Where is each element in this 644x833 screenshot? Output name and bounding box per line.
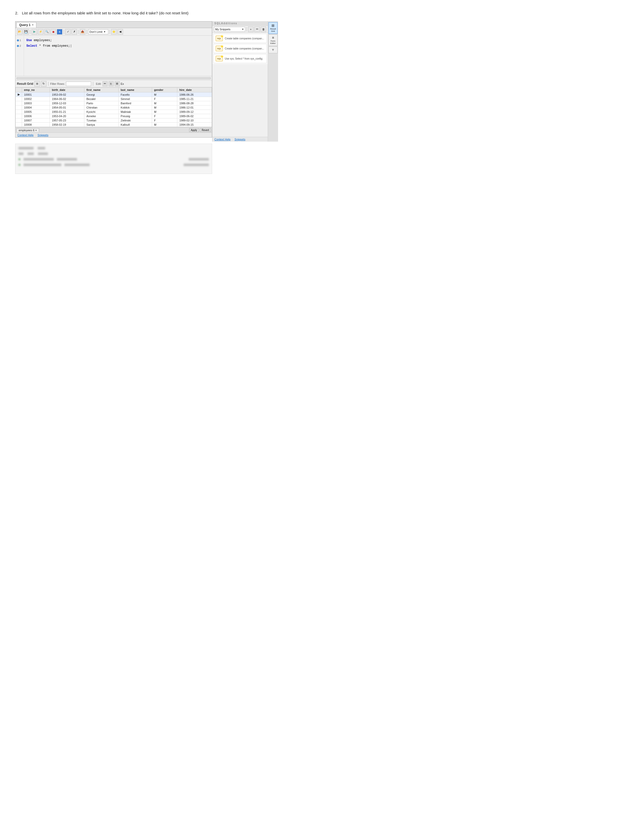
cell-first_name: Chirstian — [84, 106, 119, 110]
cell-gender: M — [152, 92, 177, 97]
save-btn[interactable]: 💾 — [23, 29, 29, 35]
cell-hire_date: 1989-09-12 — [177, 110, 212, 114]
result-table: emp_no birth_date first_name last_name g… — [15, 87, 212, 127]
result-grid-tab[interactable]: Result Grid — [17, 82, 33, 85]
snippet-item-2[interactable]: SQL ⭐ Use sys; Select * from sys_config; — [213, 54, 267, 63]
cell-emp_no: 10004 — [22, 106, 50, 110]
table-header-row: emp_no birth_date first_name last_name g… — [16, 88, 212, 92]
open-btn[interactable]: 📂 — [17, 29, 23, 35]
snippet-text-0: Create table companies (compan... — [225, 37, 264, 40]
back-btn[interactable]: ◀ — [118, 29, 123, 35]
cell-indicator — [16, 118, 22, 123]
question-text: 2. List all rows from the employees tabl… — [15, 10, 629, 16]
cell-emp_no: 10002 — [22, 97, 50, 101]
my-snippets-dropdown[interactable]: My Snippets ▼ — [214, 27, 245, 32]
down-arrow-side-btn[interactable]: ▼ — [269, 47, 277, 53]
form-icon: ≡ — [269, 35, 277, 40]
stop-btn[interactable]: ⏹ — [50, 29, 56, 35]
form-editor-side-btn[interactable]: ≡ Form Editor — [269, 34, 277, 46]
edit-pencil-btn[interactable]: ✏ — [103, 81, 108, 86]
limit-dropdown[interactable]: Don't Limit ▼ — [88, 29, 108, 34]
col-first-name: first_name — [84, 88, 119, 92]
blurred-area — [15, 144, 212, 174]
sql-additions-panel: SQLAdditions My Snippets ▼ + ✏ 🗑 SQL ⭐ C… — [212, 21, 268, 142]
toolbar-sep-5 — [109, 29, 110, 34]
cell-birth_date: 1959-12-03 — [50, 101, 84, 106]
snippet-list: SQL ⭐ Create table companies (compan... … — [213, 33, 268, 64]
cell-gender: M — [152, 106, 177, 110]
cell-first_name: Georgi — [84, 92, 119, 97]
snippet-item-1[interactable]: SQL ⭐ Create table companies (compan... — [213, 44, 267, 53]
code-area[interactable]: Use employees; Select * from employees; — [24, 35, 212, 76]
cell-birth_date: 1955-01-21 — [50, 110, 84, 114]
edit-copy-btn[interactable]: ⎘ — [109, 81, 114, 86]
cell-indicator: ▶ — [16, 92, 22, 97]
result-grid-side-btn[interactable]: ⊞ Result Grid — [269, 22, 277, 34]
query-tab[interactable]: Query 1 × — [16, 22, 36, 28]
sql-icon-1: SQL ⭐ — [216, 46, 223, 51]
apply-btn[interactable]: Apply — [189, 128, 199, 132]
col-last-name: last_name — [118, 88, 152, 92]
result-toolbar: Result Grid ⊞ ↻ Filter Rows: Edit: ✏ ⎘ ⊞… — [15, 80, 212, 87]
run-btn[interactable]: ▶ — [32, 29, 37, 35]
cell-emp_no: 10001 — [22, 92, 50, 97]
right-context-help[interactable]: Context Help — [214, 138, 230, 141]
snippets-link[interactable]: Snippets — [38, 133, 48, 137]
export-btn[interactable]: 📤 — [80, 29, 85, 35]
snippets-toolbar: My Snippets ▼ + ✏ 🗑 — [213, 26, 268, 33]
snippet-delete-btn[interactable]: 🗑 — [261, 26, 266, 32]
filter-input[interactable] — [66, 82, 91, 86]
cancel-btn[interactable]: ✗ — [71, 29, 77, 35]
sql-additions-header: SQLAdditions — [213, 21, 268, 26]
table-row: ▶100011953-09-02GeorgiFacelloM1986-06-26 — [16, 92, 212, 97]
tab-close-icon[interactable]: × — [32, 24, 34, 26]
cell-gender: F — [152, 114, 177, 118]
cell-last_name: Preusig — [118, 114, 152, 118]
snippet-text-1: Create table companies (compan... — [225, 47, 264, 50]
workbench-window: Query 1 × 📂 💾 ▶ ⚡ 🔍 ⏹ S ✓ ✗ 📤 Don't Limi… — [15, 21, 212, 138]
cell-last_name: Kalloufi — [118, 123, 152, 127]
col-gender: gender — [152, 88, 177, 92]
search-btn[interactable]: 🔍 — [44, 29, 50, 35]
cell-emp_no: 10003 — [22, 101, 50, 106]
grid-view-btn[interactable]: ⊞ — [34, 81, 40, 87]
line-dot-2 — [17, 45, 19, 47]
cell-gender: M — [152, 110, 177, 114]
cell-indicator — [16, 110, 22, 114]
revert-btn[interactable]: Revert — [200, 128, 211, 132]
cell-hire_date: 1989-02-10 — [177, 118, 212, 123]
cell-last_name: Facello — [118, 92, 152, 97]
side-panel-buttons: ⊞ Result Grid ≡ Form Editor ▼ — [268, 21, 278, 142]
cell-indicator — [16, 97, 22, 101]
star-btn[interactable]: ⭐ — [111, 29, 117, 35]
run-selected-btn[interactable]: ⚡ — [38, 29, 43, 35]
right-context-bar: Context Help Snippets — [213, 137, 268, 142]
result-area: Result Grid ⊞ ↻ Filter Rows: Edit: ✏ ⎘ ⊞… — [15, 80, 212, 137]
refresh-btn[interactable]: ↻ — [41, 81, 47, 87]
cell-gender: M — [152, 123, 177, 127]
snippet-edit-btn[interactable]: ✏ — [254, 26, 260, 32]
right-snippets-link[interactable]: Snippets — [235, 138, 245, 141]
edit-paste-btn[interactable]: ⊞ — [115, 81, 120, 86]
schema-btn[interactable]: S — [57, 29, 63, 35]
cell-hire_date: 1986-06-26 — [177, 92, 212, 97]
cell-last_name: Simmel — [118, 97, 152, 101]
snippet-item-0[interactable]: SQL ⭐ Create table companies (compan... — [213, 34, 267, 43]
edit-label: Edit: — [96, 82, 101, 85]
check-btn[interactable]: ✓ — [65, 29, 71, 35]
cell-indicator — [16, 114, 22, 118]
context-help-link[interactable]: Context Help — [18, 133, 34, 137]
grid-icon: ⊞ — [269, 24, 277, 28]
row-indicator-header — [16, 88, 22, 92]
toolbar-sep-4 — [87, 29, 87, 34]
employees-tab[interactable]: employees 6 × — [16, 128, 39, 132]
cell-gender: F — [152, 97, 177, 101]
cell-hire_date: 1986-08-28 — [177, 101, 212, 106]
cell-last_name: Maliniak — [118, 110, 152, 114]
scroll-track[interactable] — [16, 77, 211, 79]
snippet-text-2: Use sys; Select * from sys_config; — [225, 57, 264, 60]
horizontal-scrollbar[interactable] — [15, 76, 212, 80]
sql-editor[interactable]: 1 2 Use employees; Select * from employe… — [15, 35, 212, 76]
snippet-add-btn[interactable]: + — [248, 26, 254, 32]
line-dot-1 — [17, 39, 19, 42]
